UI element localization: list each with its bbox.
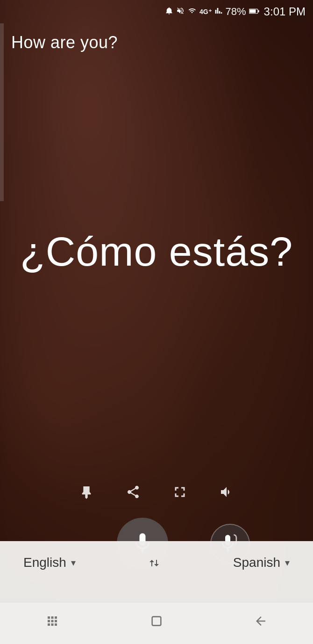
language-bar: English ▾ Spanish ▾ bbox=[0, 541, 313, 602]
expand-button[interactable] bbox=[168, 480, 192, 504]
source-language-selector[interactable]: English ▾ bbox=[23, 551, 76, 574]
target-language-label: Spanish bbox=[233, 555, 280, 570]
swap-languages-button[interactable] bbox=[141, 552, 167, 574]
home-button[interactable] bbox=[142, 607, 171, 635]
speaker-button[interactable] bbox=[215, 480, 238, 504]
share-button[interactable] bbox=[121, 480, 145, 504]
translation-text: ¿Cómo estás? bbox=[20, 229, 293, 275]
pin-button[interactable] bbox=[75, 480, 98, 504]
recent-apps-button[interactable] bbox=[38, 607, 66, 635]
svg-rect-4 bbox=[152, 616, 161, 625]
source-language-arrow: ▾ bbox=[71, 557, 76, 568]
action-icons-row bbox=[0, 480, 313, 504]
target-language-selector[interactable]: Spanish ▾ bbox=[233, 551, 290, 574]
target-language-arrow: ▾ bbox=[285, 557, 290, 568]
back-button[interactable] bbox=[247, 607, 275, 635]
nav-bar bbox=[0, 602, 313, 644]
source-language-label: English bbox=[23, 555, 66, 570]
